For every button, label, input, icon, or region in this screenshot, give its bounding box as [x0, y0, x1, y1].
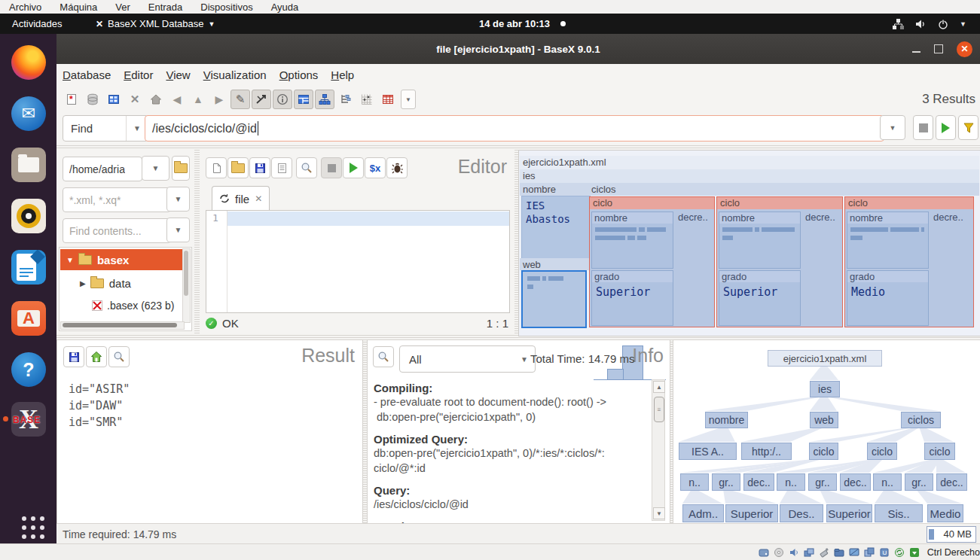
result-home-button[interactable] — [86, 346, 107, 367]
tree-item-data[interactable]: ▶ data — [60, 272, 184, 294]
tree-view-button[interactable] — [315, 90, 334, 109]
new-database-button[interactable]: * — [62, 90, 81, 109]
up-button[interactable]: ▲ — [188, 90, 208, 109]
map-root-ies[interactable]: ies — [520, 169, 979, 183]
minimize-button[interactable] — [912, 51, 920, 53]
editor-tab-file[interactable]: file ✕ — [212, 186, 270, 211]
map-nombre-label[interactable]: nombre — [520, 183, 591, 196]
audio-icon[interactable] — [789, 547, 800, 558]
tree-node-ciclos[interactable]: ciclos — [901, 412, 941, 428]
forward-button[interactable]: ▶ — [209, 90, 229, 109]
tree-node-ciclo-3[interactable]: ciclo — [924, 443, 955, 460]
tree-node-n3[interactable]: n.. — [873, 473, 902, 491]
tree-item-basex[interactable]: ▼ basex — [60, 249, 185, 270]
optical-disc-icon[interactable] — [774, 547, 785, 558]
system-tray[interactable]: ▼ — [892, 14, 966, 34]
vbox-menu-ayuda[interactable]: Ayuda — [271, 2, 299, 13]
vbox-menu-entrada[interactable]: Entrada — [148, 2, 183, 13]
menu-database[interactable]: Database — [63, 68, 111, 81]
tree-node-ciclo-2[interactable]: ciclo — [867, 443, 897, 460]
tree-node-ies[interactable]: ies — [810, 381, 840, 397]
tree-node-document[interactable]: ejercicio1xpath.xml — [768, 350, 882, 367]
path-history-button[interactable]: ▼ — [142, 156, 169, 181]
stop-button[interactable] — [913, 115, 933, 140]
find-contents-history-button[interactable]: ▼ — [166, 218, 190, 242]
info-filter-select[interactable]: All ▼ — [399, 345, 536, 373]
tree-node-nombre[interactable]: nombre — [705, 412, 748, 428]
tree-node-gr2[interactable]: gr.. — [808, 473, 837, 491]
info-find-button[interactable] — [373, 346, 394, 367]
virtualization-chip-icon[interactable]: U — [879, 547, 890, 558]
query-history-button[interactable]: ▼ — [880, 115, 905, 140]
session-state-icon[interactable] — [894, 547, 905, 558]
tree-node-dec1[interactable]: dec.. — [743, 473, 774, 491]
map-ciclos-label[interactable]: ciclos — [588, 183, 979, 196]
map-doc-label[interactable]: ejercicio1xpath.xml — [520, 156, 979, 169]
dock-thunderbird[interactable]: ✉ — [10, 95, 47, 132]
result-save-button[interactable] — [63, 346, 84, 367]
tree-node-superior-2[interactable]: Superior — [826, 504, 872, 522]
path-input[interactable]: /home/adria — [63, 157, 142, 181]
editor-new-button[interactable] — [206, 157, 227, 178]
find-mode-select[interactable]: Find ▼ — [63, 115, 148, 142]
map-web-label[interactable]: web — [520, 258, 591, 270]
close-tab-icon[interactable]: ✕ — [255, 193, 262, 204]
tree-node-dec2[interactable]: dec.. — [840, 473, 871, 491]
tree-item-basex-file[interactable]: .basex (623 b) — [60, 295, 184, 316]
vbox-menu-maquina[interactable]: Máquina — [60, 2, 97, 13]
editor-open-button[interactable] — [227, 157, 249, 178]
map-web-value[interactable] — [521, 270, 587, 328]
hard-disk-icon[interactable] — [759, 547, 770, 558]
database-info-button[interactable] — [104, 90, 124, 109]
file-tree-vscrollbar[interactable] — [182, 248, 191, 323]
shared-folders-icon[interactable] — [834, 547, 845, 558]
back-button[interactable]: ◀ — [167, 90, 187, 109]
tree-node-ies-a[interactable]: IES A.. — [679, 443, 737, 460]
map-ciclo-2[interactable]: ciclo nombre decre.. grado Superior — [716, 196, 843, 327]
tree-node-web[interactable]: web — [810, 412, 838, 428]
vbox-menu-archivo[interactable]: Archivo — [9, 2, 41, 13]
close-database-button[interactable]: ✕ — [125, 90, 145, 109]
editor-code-area[interactable]: 1 — [206, 210, 510, 313]
home-button[interactable] — [146, 90, 166, 109]
query-input[interactable]: /ies/ciclos/ciclo/@id — [145, 115, 884, 142]
tree-node-medio[interactable]: Medio — [927, 504, 963, 522]
info-view-button[interactable] — [273, 90, 292, 109]
tree-node-ciclo-1[interactable]: ciclo — [809, 443, 838, 460]
edit-mode-button[interactable]: ✎ — [230, 90, 250, 109]
editor-history-button[interactable] — [271, 157, 292, 178]
folder-view-button[interactable] — [336, 90, 356, 109]
dock-libreoffice-writer[interactable] — [10, 248, 47, 286]
dock-rhythmbox[interactable] — [10, 197, 47, 235]
seamless-windows-icon[interactable] — [864, 547, 875, 558]
dock-basex[interactable]: X BASE — [10, 400, 47, 438]
activities-button[interactable]: Actividades — [12, 14, 62, 34]
menu-visualization[interactable]: Visualization — [203, 68, 267, 81]
map-ciclo-1[interactable]: ciclo nombre decre.. grado Superior — [589, 196, 715, 327]
menu-help[interactable]: Help — [331, 68, 354, 81]
editor-external-variables-button[interactable]: $x — [365, 157, 386, 178]
close-button[interactable]: ✕ — [957, 41, 972, 57]
file-filter-history-button[interactable]: ▼ — [166, 187, 190, 212]
maximize-button[interactable] — [934, 44, 943, 53]
tree-node-dec3[interactable]: dec.. — [936, 473, 967, 491]
vbox-menu-ver[interactable]: Ver — [115, 2, 130, 13]
tree-node-n2[interactable]: n.. — [777, 473, 805, 491]
table-view-button[interactable] — [378, 90, 398, 109]
scroll-down-icon[interactable]: ▼ — [653, 507, 665, 519]
tree-node-gr3[interactable]: gr.. — [905, 473, 933, 491]
file-tree-hscrollbar[interactable] — [60, 321, 185, 330]
menu-editor[interactable]: Editor — [124, 68, 153, 81]
tree-node-adm[interactable]: Adm.. — [682, 504, 724, 522]
dock-firefox[interactable] — [10, 44, 47, 81]
splitter-vertical-files-editor[interactable] — [194, 150, 200, 335]
app-menu[interactable]: ✕ BaseX XML Database ▼ — [96, 14, 215, 34]
info-scrollbar[interactable]: ▲ ≡ ▼ — [652, 379, 665, 521]
filter-button[interactable] — [958, 115, 978, 140]
map-view-button[interactable] — [294, 90, 313, 109]
map-nombre-value[interactable]: IES Abastos — [521, 196, 591, 260]
run-button[interactable] — [936, 115, 956, 140]
dock-show-applications[interactable] — [10, 504, 47, 542]
views-menu-button[interactable]: ▼ — [401, 90, 416, 109]
display-icon[interactable] — [849, 547, 860, 558]
